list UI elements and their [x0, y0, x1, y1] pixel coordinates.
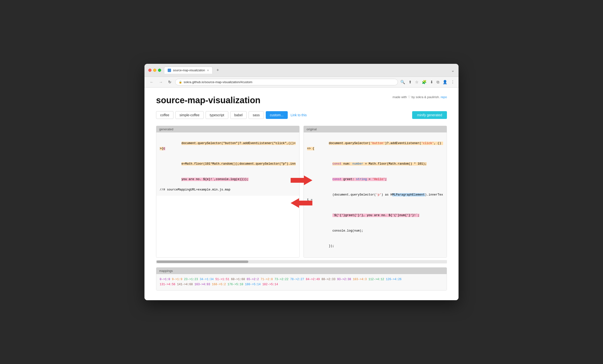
mapping-item[interactable]: 9->1:9 [172, 278, 182, 281]
lock-icon: 🔒 [179, 81, 182, 84]
orig-line-4: (document.querySelector('p') as HMLParag… [307, 187, 443, 208]
mapping-item[interactable]: 84->2:49 [306, 278, 320, 281]
tab-close-icon[interactable]: × [207, 68, 209, 72]
orig-line-6: console.log(num); [307, 223, 443, 239]
menu-icon[interactable]: ⋮ [451, 80, 455, 84]
minimize-button[interactable] [153, 69, 156, 72]
mapping-item[interactable]: 182->5:14 [262, 283, 278, 286]
original-panel-header: original [304, 126, 447, 132]
mapping-item[interactable]: 73->2:22 [274, 278, 289, 281]
mapping-item[interactable]: 131->4:56 [160, 283, 175, 286]
demo-btn-coffee[interactable]: coffee [156, 111, 174, 119]
original-panel-body[interactable]: document.querySelector('button')?.addEve… [304, 132, 447, 258]
tab-favicon [168, 69, 171, 72]
orig-line-2: const num: number = Math.floor(Math.rand… [307, 156, 443, 172]
orig-line-7: }); [307, 239, 443, 254]
bookmark-icon[interactable]: ☆ [415, 80, 418, 84]
demo-btn-custom[interactable]: custom... [266, 111, 288, 119]
gen-code-line-4: //# sourceMappingURL=example.min.js.map [160, 187, 296, 192]
extensions-icon[interactable]: 🧩 [422, 80, 427, 84]
mapping-item[interactable]: 78->2:27 [290, 278, 304, 281]
demo-btn-babel[interactable]: babel [230, 111, 247, 119]
mapping-item[interactable]: 71->2:8 [261, 278, 273, 281]
made-with-text: made with ♡ by sokra & paulirish. repo [393, 95, 447, 99]
back-button[interactable]: ← [148, 80, 155, 85]
generated-panel-body[interactable]: document.querySelector("button")?.addEve… [156, 132, 299, 196]
generated-panel: generated document.querySelector("button… [156, 126, 300, 258]
download-icon[interactable]: ⬇ [430, 80, 433, 84]
demo-btn-simple-coffee[interactable]: simple-coffee [175, 111, 204, 119]
mapping-item[interactable]: 65->2:2 [247, 278, 259, 281]
gen-code-line-1: document.querySelector("button")?.addEve… [160, 136, 296, 156]
close-button[interactable] [148, 69, 151, 72]
mapping-item[interactable]: 0->1:0 [160, 278, 170, 281]
generated-panel-header: generated [156, 126, 299, 132]
browser-tab[interactable]: source-map-visualization × [164, 67, 213, 74]
mapping-item[interactable]: 93->2:38 [337, 278, 351, 281]
tab-title: source-map-visualization [173, 69, 205, 72]
mapping-item[interactable]: 103->4:3 [353, 278, 367, 281]
mapping-item[interactable]: 163->4:93 [195, 283, 210, 286]
reload-button[interactable]: ↻ [167, 79, 173, 85]
browser-window: source-map-visualization × + ⌄ ← → ↻ 🔒 s… [144, 64, 459, 300]
share-icon[interactable]: ⬆ [408, 80, 412, 84]
window-menu-icon[interactable]: ⌄ [451, 68, 455, 73]
gen-code-line-2: e=Math.floor(101*Math.random());document… [160, 156, 296, 172]
search-icon[interactable]: 🔍 [400, 80, 405, 84]
repo-link[interactable]: repo [441, 95, 447, 99]
gen-highlight-2: e=Math.floor(101*Math.random());document… [181, 162, 296, 165]
minify-button[interactable]: minify generated [412, 111, 447, 119]
page-content: source-map-visualization made with ♡ by … [144, 87, 459, 300]
split-view-icon[interactable]: ⧉ [437, 80, 439, 84]
link-to-this[interactable]: Link to this [291, 113, 307, 117]
orig-line-3: const greet: string = 'Hello'; [307, 172, 443, 187]
traffic-lights [148, 69, 161, 72]
demo-btn-sass[interactable]: sass [249, 111, 264, 119]
maximize-button[interactable] [158, 69, 161, 72]
code-panels-container: generated document.querySelector("button… [156, 126, 447, 258]
mapping-item[interactable]: 112->4:12 [368, 278, 384, 281]
orig-line-5: `${'{'}greet{'}'}, you are no. ${'{'}num… [307, 208, 443, 223]
mappings-body: 0->1:0 9->1:9 23->1:23 34->1:34 51->1:51… [156, 274, 447, 290]
url-text: sokra.github.io/source-map-visualization… [184, 80, 253, 84]
page-header: source-map-visualization made with ♡ by … [156, 95, 447, 105]
tab-bar: source-map-visualization × + [164, 67, 448, 74]
mapping-item[interactable]: 176->5:10 [228, 283, 243, 286]
mapping-item[interactable]: 34->1:34 [200, 278, 214, 281]
mapping-item[interactable]: 88->2:33 [322, 278, 336, 281]
mapping-item[interactable]: 168->5:2 [212, 283, 226, 286]
demo-btn-typescript[interactable]: typescript [206, 111, 228, 119]
mappings-panel: mappings 0->1:0 9->1:9 23->1:23 34->1:34… [156, 267, 447, 291]
mapping-item[interactable]: 126->4:26 [386, 278, 402, 281]
demo-buttons: coffee simple-coffee typescript babel sa… [156, 111, 447, 119]
address-input[interactable]: 🔒 sokra.github.io/source-map-visualizati… [175, 79, 398, 85]
mapping-item[interactable]: 180->5:14 [245, 283, 261, 286]
toolbar-icons: 🔍 ⬆ ☆ 🧩 ⬇ ⧉ 👤 ⋮ [400, 80, 455, 84]
scrollbar-thumb[interactable] [157, 260, 248, 263]
mapping-item[interactable]: 51->1:51 [215, 278, 229, 281]
address-bar: ← → ↻ 🔒 sokra.github.io/source-map-visua… [144, 77, 459, 87]
mappings-header: mappings [156, 268, 447, 274]
gen-code-line-3: you are no. ${e}!`,console.log(e)})); [160, 172, 296, 187]
profile-icon[interactable]: 👤 [443, 80, 447, 84]
scrollbar-area[interactable] [156, 260, 447, 263]
title-bar: source-map-visualization × + ⌄ [144, 64, 459, 77]
orig-line-1: document.querySelector('button')?.addEve… [307, 136, 443, 156]
mapping-item[interactable]: 60->1:60 [231, 278, 245, 281]
new-tab-button[interactable]: + [215, 67, 221, 74]
mapping-item[interactable]: 23->1:23 [184, 278, 198, 281]
original-panel: original document.querySelector('button'… [303, 126, 447, 258]
mapping-item[interactable]: 141->4:68 [177, 283, 193, 286]
gen-highlight-1: document.querySelector("button")?.addEve… [160, 142, 296, 150]
page-title: source-map-visualization [156, 95, 260, 105]
gen-highlight-3: you are no. ${e}!`,console.log(e)})); [181, 178, 249, 181]
forward-button[interactable]: → [158, 80, 164, 85]
